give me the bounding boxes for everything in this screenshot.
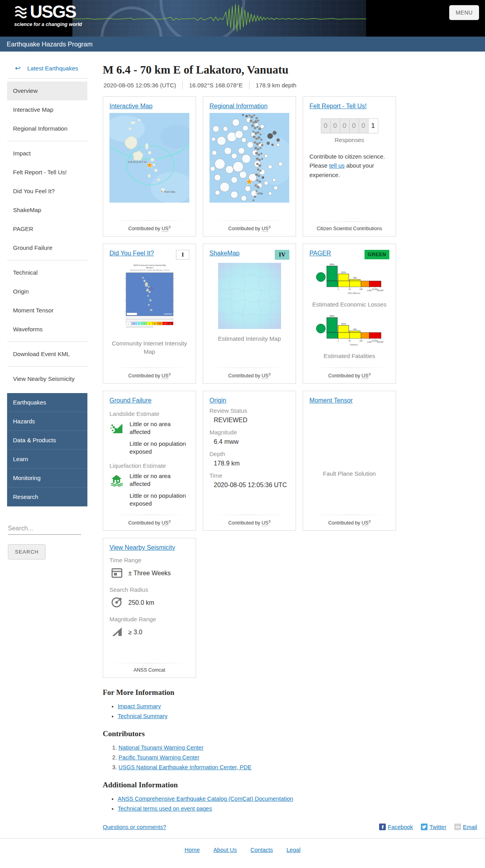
divider	[7, 260, 87, 260]
counter-digit: 0	[331, 119, 340, 133]
svg-text:VIII: VIII	[159, 323, 161, 325]
epicenter-star-icon: ★	[146, 160, 154, 170]
ground-failure-link[interactable]: Ground Failure	[109, 397, 152, 404]
sidebar-item-overview[interactable]: Overview	[7, 81, 87, 100]
interactive-map-thumbnail[interactable]: VANUATU ★ Port-Vila	[109, 113, 189, 204]
tell-us-link[interactable]: tell us	[329, 162, 344, 169]
view-nearby-seismicity-link[interactable]: View Nearby Seismicity	[109, 544, 175, 551]
interactive-map-link[interactable]: Interactive Map	[109, 103, 152, 110]
shakemap-link[interactable]: ShakeMap	[209, 250, 240, 257]
sidebar-item-interactive-map[interactable]: Interactive Map	[7, 100, 87, 119]
felt-report-link[interactable]: Felt Report - Tell Us!	[309, 103, 367, 110]
contributor-link[interactable]: US	[362, 373, 368, 379]
search-radius-value: 250.0 km	[128, 599, 154, 606]
card-footer: Contributed by US3	[109, 511, 189, 526]
footer-nav: Home About Us Contacts Legal	[0, 838, 485, 861]
footer-legal-link[interactable]: Legal	[287, 847, 300, 853]
questions-or-comments-link[interactable]: Questions or comments?	[103, 824, 166, 830]
twitter-link[interactable]: Twitter	[421, 824, 446, 830]
svg-text:Fatalities: Fatalities	[350, 344, 358, 346]
svg-text:VANUATU: VANUATU	[146, 267, 153, 269]
sidebar-item-moment-tensor[interactable]: Moment Tensor	[7, 301, 87, 320]
dyfi-map-thumbnail[interactable]: USGS Community Internet Intensity Map VA…	[109, 263, 189, 335]
moment-tensor-link[interactable]: Moment Tensor	[309, 397, 353, 404]
footer-home-link[interactable]: Home	[185, 847, 200, 853]
card-caption: Estimated Fatalities	[309, 352, 389, 360]
nav-item-hazards[interactable]: Hazards	[7, 412, 87, 431]
liquefaction-icon	[109, 472, 124, 511]
section-heading: Additional Information	[103, 781, 477, 789]
regional-map-thumbnail[interactable]: ★ i-Vila	[209, 113, 289, 204]
technical-summary-link[interactable]: Technical Summary	[118, 713, 168, 719]
regional-information-link[interactable]: Regional Information	[209, 103, 268, 110]
sidebar-item-download-event-kml[interactable]: Download Event KML	[7, 345, 87, 364]
card-pager: PAGER GREEN 65% 31% 4%	[303, 244, 396, 384]
card-footer: Contributed by US3	[209, 217, 289, 231]
sidebar-item-ground-failure[interactable]: Ground Failure	[7, 238, 87, 257]
sidebar-item-waveforms[interactable]: Waveforms	[7, 320, 87, 339]
search-input[interactable]	[8, 524, 81, 535]
sidebar-item-pager[interactable]: PAGER	[7, 220, 87, 238]
email-link[interactable]: Email	[454, 824, 477, 830]
pager-economic-histogram[interactable]: 65% 31% 4%	[309, 262, 389, 296]
time-value: 2020-08-05 12:05:36 UTC	[209, 482, 289, 489]
radius-icon	[111, 596, 123, 609]
sidebar-item-regional-information[interactable]: Regional Information	[7, 119, 87, 138]
sidebar-item-view-nearby-seismicity[interactable]: View Nearby Seismicity	[7, 369, 87, 388]
contributor-3-link[interactable]: USGS National Earthquake Information Cen…	[118, 764, 252, 770]
search-button[interactable]: SEARCH	[8, 544, 46, 560]
list-item: Impact Summary	[118, 703, 477, 709]
list-item: Pacific Tsunami Warning Center	[118, 754, 477, 761]
sidebar-item-felt-report[interactable]: Felt Report - Tell Us!	[7, 163, 87, 182]
svg-text:IX: IX	[164, 323, 166, 325]
liquefaction-population-text: Little or no population exposed	[130, 492, 189, 508]
technical-terms-link[interactable]: Technical terms used on event pages	[118, 805, 212, 812]
sidebar-item-technical[interactable]: Technical	[7, 263, 87, 282]
pager-link[interactable]: PAGER	[309, 250, 331, 257]
sidebar-item-did-you-feel-it[interactable]: Did You Feel It?	[7, 182, 87, 201]
pager-fatalities-histogram[interactable]: 65% 31% 4%	[309, 314, 389, 348]
sidebar-item-impact[interactable]: Impact	[7, 144, 87, 163]
contributor-link[interactable]: US	[262, 226, 268, 232]
nav-item-earthquakes[interactable]: Earthquakes	[7, 393, 87, 412]
twitter-icon	[421, 824, 428, 830]
comcat-documentation-link[interactable]: ANSS Comprehensive Earthquake Catalog (C…	[118, 796, 293, 802]
response-counter: 0 0 0 0 0 1	[321, 118, 378, 133]
facebook-link[interactable]: Facebook	[379, 824, 413, 830]
sidebar-item-origin[interactable]: Origin	[7, 282, 87, 301]
svg-text:USGS Community Internet Intens: USGS Community Internet Intensity Map	[133, 264, 166, 266]
svg-text:1: 1	[337, 340, 339, 342]
contributor-1-link[interactable]: National Tsunami Warning Center	[118, 744, 204, 751]
nav-item-research[interactable]: Research	[7, 488, 87, 506]
svg-text:VII: VII	[154, 323, 155, 325]
contributors-section: Contributors National Tsunami Warning Ce…	[103, 729, 477, 770]
nav-item-monitoring[interactable]: Monitoring	[7, 469, 87, 488]
contributor-link[interactable]: US	[162, 373, 168, 379]
contributor-2-link[interactable]: Pacific Tsunami Warning Center	[118, 754, 200, 761]
impact-summary-link[interactable]: Impact Summary	[118, 703, 161, 709]
contributor-link[interactable]: US	[162, 226, 168, 232]
map-country-label: VANUATU	[128, 160, 147, 164]
event-meta: 2020-08-05 12:05:36 (UTC) 16.092°S 168.0…	[103, 81, 477, 89]
nav-item-data-products[interactable]: Data & Products	[7, 431, 87, 450]
footer-about-us-link[interactable]: About Us	[213, 847, 237, 853]
did-you-feel-it-link[interactable]: Did You Feel It?	[109, 250, 154, 257]
origin-link[interactable]: Origin	[209, 397, 226, 404]
back-to-latest-earthquakes-link[interactable]: ↩ Latest Earthquakes	[7, 64, 102, 72]
landslide-icon	[109, 420, 124, 459]
nav-item-learn[interactable]: Learn	[7, 450, 87, 469]
shakemap-thumbnail[interactable]	[209, 263, 289, 331]
card-footer: ANSS Comcat	[109, 659, 189, 673]
footer-contacts-link[interactable]: Contacts	[250, 847, 273, 853]
svg-text:4%: 4%	[353, 277, 357, 279]
contributor-link[interactable]: US	[262, 373, 268, 379]
section-heading: For More Information	[103, 688, 477, 697]
contributor-link[interactable]: US	[262, 520, 268, 526]
menu-button[interactable]: MENU	[449, 5, 479, 20]
main-content: M 6.4 - 70 km E of Lakatoro, Vanuatu 202…	[102, 52, 485, 830]
facebook-icon	[379, 824, 386, 830]
sidebar-item-shakemap[interactable]: ShakeMap	[7, 201, 87, 220]
contributor-link[interactable]: US	[162, 520, 168, 526]
contributor-link[interactable]: US	[362, 520, 368, 526]
magnitude-value: 6.4 mww	[209, 438, 289, 445]
